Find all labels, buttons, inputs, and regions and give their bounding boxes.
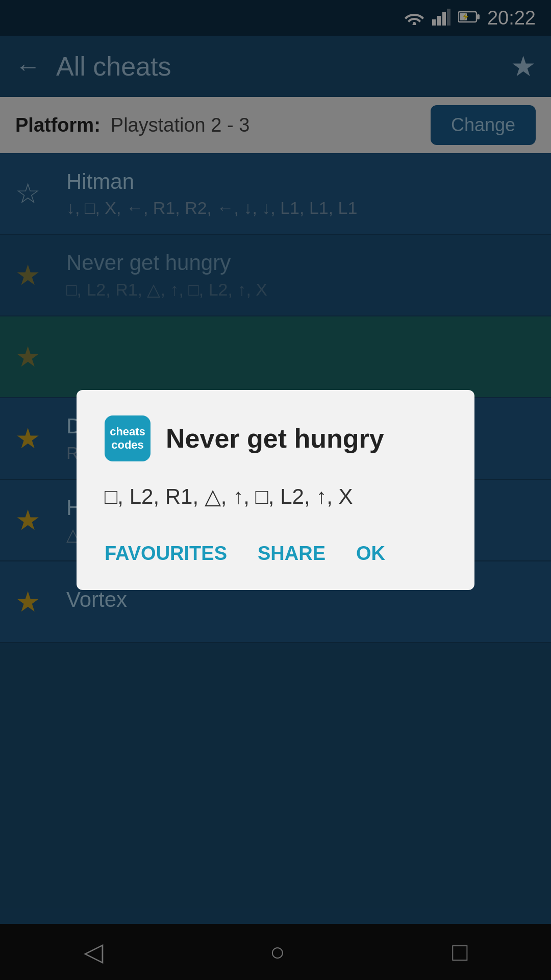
dialog-code: □, L2, R1, △, ↑, □, L2, ↑, X bbox=[105, 482, 446, 512]
share-button[interactable]: SHARE bbox=[258, 537, 325, 570]
app-icon-line1: cheats bbox=[110, 426, 145, 438]
cheat-detail-dialog: cheats codes Never get hungry □, L2, R1,… bbox=[77, 390, 474, 590]
dialog-actions: FAVOURITES SHARE OK bbox=[105, 537, 446, 570]
app-icon-line2: codes bbox=[111, 439, 144, 451]
dialog-title: Never get hungry bbox=[166, 423, 384, 454]
dialog-header: cheats codes Never get hungry bbox=[105, 415, 446, 461]
favourites-button[interactable]: FAVOURITES bbox=[105, 537, 227, 570]
dialog-overlay[interactable]: cheats codes Never get hungry □, L2, R1,… bbox=[0, 0, 551, 980]
ok-button[interactable]: OK bbox=[356, 537, 385, 570]
app-icon: cheats codes bbox=[105, 415, 151, 461]
